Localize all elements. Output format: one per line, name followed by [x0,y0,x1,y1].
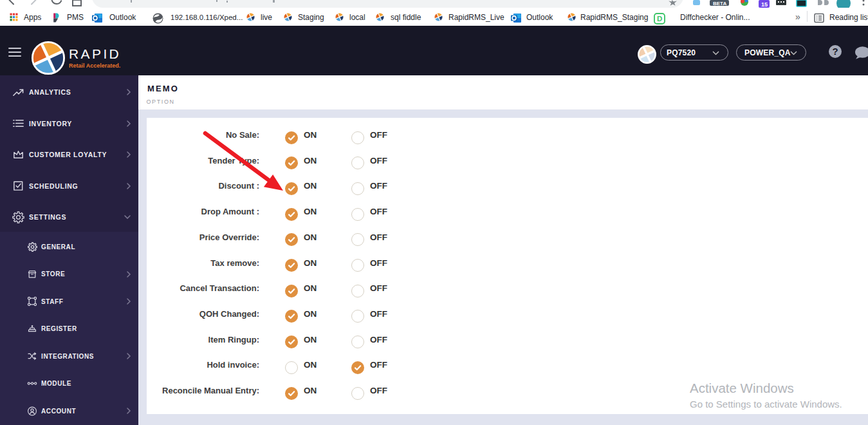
svg-text:?: ? [832,46,838,57]
svg-text:D: D [657,15,662,23]
svg-text:BETA: BETA [713,1,726,6]
svg-text:15: 15 [761,1,768,8]
